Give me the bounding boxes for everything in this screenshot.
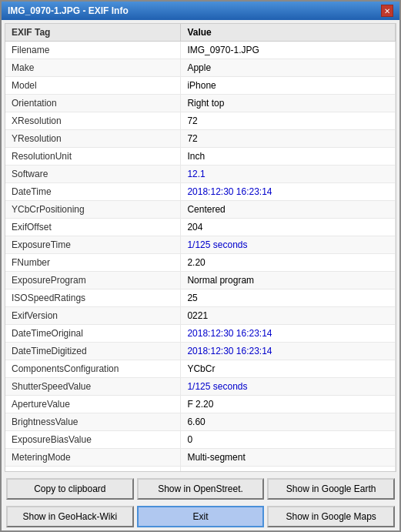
exif-value-cell: IMG_0970-1.JPG <box>181 42 396 59</box>
exif-tag-cell: ComponentsConfiguration <box>5 360 181 378</box>
exif-tag-cell: Filename <box>5 42 181 59</box>
exif-value-cell: Centered <box>181 201 396 219</box>
exif-tag-cell: YResolution <box>5 130 181 148</box>
exif-table: EXIF Tag Value FilenameIMG_0970-1.JPGMak… <box>5 24 396 471</box>
table-row[interactable]: FNumber2.20 <box>5 254 396 272</box>
exif-table-container: EXIF Tag Value FilenameIMG_0970-1.JPGMak… <box>5 23 396 472</box>
show-in-openstreet-button[interactable]: Show in OpenStreet. <box>137 478 265 500</box>
exif-tag-cell: ExposureTime <box>5 236 181 254</box>
exif-tag-cell: Software <box>5 166 181 183</box>
exif-tag-cell: MeteringMode <box>5 449 181 467</box>
table-row[interactable]: DateTimeDigitized2018:12:30 16:23:14 <box>5 343 396 360</box>
exif-tag-cell: Make <box>5 59 181 77</box>
exif-value-cell: 2018:12:30 16:23:14 <box>181 343 396 360</box>
exif-tag-cell: XResolution <box>5 112 181 130</box>
col-header-value: Value <box>181 24 396 42</box>
table-row[interactable]: MakeApple <box>5 59 396 77</box>
table-row[interactable]: BrightnessValue6.60 <box>5 413 396 431</box>
exif-tag-cell: ExifOffset <box>5 219 181 236</box>
table-row[interactable]: FilenameIMG_0970-1.JPG <box>5 42 396 59</box>
exit-button[interactable]: Exit <box>137 506 265 527</box>
exif-value-cell: 12.1 <box>181 166 396 183</box>
exif-value-cell: 2018:12:30 16:23:14 <box>181 325 396 343</box>
button-row-1: Copy to clipboard Show in OpenStreet. Sh… <box>2 475 399 503</box>
exif-value-cell: 1/125 seconds <box>181 378 396 396</box>
exif-tag-cell: DateTimeDigitized <box>5 343 181 360</box>
table-row[interactable]: ComponentsConfigurationYCbCr <box>5 360 396 378</box>
exif-value-cell: Multi-segment <box>181 449 396 467</box>
table-row[interactable]: YCbCrPositioningCentered <box>5 201 396 219</box>
table-row[interactable]: ShutterSpeedValue1/125 seconds <box>5 378 396 396</box>
table-row[interactable]: ModeliPhone <box>5 77 396 95</box>
table-row[interactable]: ISOSpeedRatings25 <box>5 289 396 307</box>
table-row[interactable]: MeteringModeMulti-segment <box>5 449 396 467</box>
main-window: IMG_0970-1.JPG - EXIF Info ✕ EXIF Tag Va… <box>0 0 401 532</box>
title-bar: IMG_0970-1.JPG - EXIF Info ✕ <box>2 2 399 20</box>
show-in-google-maps-button[interactable]: Show in Google Maps <box>267 506 395 527</box>
exif-tag-cell: ExifVersion <box>5 307 181 325</box>
window-title: IMG_0970-1.JPG - EXIF Info <box>8 5 129 16</box>
button-row-2: Show in GeoHack-Wiki Exit Show in Google… <box>2 503 399 530</box>
exif-tag-cell: FNumber <box>5 254 181 272</box>
close-button[interactable]: ✕ <box>381 5 393 17</box>
table-row[interactable]: XResolution72 <box>5 112 396 130</box>
exif-value-cell: 2.20 <box>181 254 396 272</box>
exif-value-cell: 2018:12:30 16:23:14 <box>181 183 396 201</box>
exif-value-cell: 25 <box>181 289 396 307</box>
exif-value-cell: 204 <box>181 219 396 236</box>
table-row[interactable]: ResolutionUnitInch <box>5 148 396 166</box>
table-row[interactable]: ExifOffset204 <box>5 219 396 236</box>
exif-tag-cell: DateTime <box>5 183 181 201</box>
exif-value-cell: F 2.20 <box>181 396 396 413</box>
exif-value-cell: Flash not fired, auto mode <box>181 467 396 472</box>
table-row[interactable]: ApertureValueF 2.20 <box>5 396 396 413</box>
table-row[interactable]: OrientationRight top <box>5 95 396 112</box>
exif-tag-cell: ShutterSpeedValue <box>5 378 181 396</box>
table-row[interactable]: Software12.1 <box>5 166 396 183</box>
exif-tag-cell: ExposureBiasValue <box>5 431 181 449</box>
exif-tag-cell: ResolutionUnit <box>5 148 181 166</box>
exif-value-cell: 0 <box>181 431 396 449</box>
show-in-geohack-button[interactable]: Show in GeoHack-Wiki <box>6 506 134 527</box>
table-row[interactable]: DateTimeOriginal2018:12:30 16:23:14 <box>5 325 396 343</box>
exif-tag-cell: ApertureValue <box>5 396 181 413</box>
table-row[interactable]: ExposureTime1/125 seconds <box>5 236 396 254</box>
exif-tag-cell: BrightnessValue <box>5 413 181 431</box>
exif-tag-cell: Flash <box>5 467 181 472</box>
exif-tag-cell: YCbCrPositioning <box>5 201 181 219</box>
table-row[interactable]: DateTime2018:12:30 16:23:14 <box>5 183 396 201</box>
table-row[interactable]: YResolution72 <box>5 130 396 148</box>
exif-tag-cell: ISOSpeedRatings <box>5 289 181 307</box>
exif-tag-cell: DateTimeOriginal <box>5 325 181 343</box>
exif-value-cell: 1/125 seconds <box>181 236 396 254</box>
exif-tag-cell: Orientation <box>5 95 181 112</box>
exif-value-cell: 72 <box>181 130 396 148</box>
exif-value-cell: iPhone <box>181 77 396 95</box>
exif-value-cell: Apple <box>181 59 396 77</box>
show-in-google-earth-button[interactable]: Show in Google Earth <box>267 478 395 500</box>
exif-value-cell: Normal program <box>181 272 396 289</box>
table-row[interactable]: ExifVersion0221 <box>5 307 396 325</box>
exif-tag-cell: Model <box>5 77 181 95</box>
table-row[interactable]: FlashFlash not fired, auto mode <box>5 467 396 472</box>
exif-value-cell: 0221 <box>181 307 396 325</box>
exif-value-cell: YCbCr <box>181 360 396 378</box>
exif-tag-cell: ExposureProgram <box>5 272 181 289</box>
table-row[interactable]: ExposureBiasValue0 <box>5 431 396 449</box>
exif-value-cell: Inch <box>181 148 396 166</box>
table-scroll-area[interactable]: EXIF Tag Value FilenameIMG_0970-1.JPGMak… <box>5 24 396 471</box>
exif-value-cell: 6.60 <box>181 413 396 431</box>
table-row[interactable]: ExposureProgramNormal program <box>5 272 396 289</box>
exif-value-cell: 72 <box>181 112 396 130</box>
copy-to-clipboard-button[interactable]: Copy to clipboard <box>6 478 134 500</box>
exif-value-cell: Right top <box>181 95 396 112</box>
col-header-tag: EXIF Tag <box>5 24 181 42</box>
